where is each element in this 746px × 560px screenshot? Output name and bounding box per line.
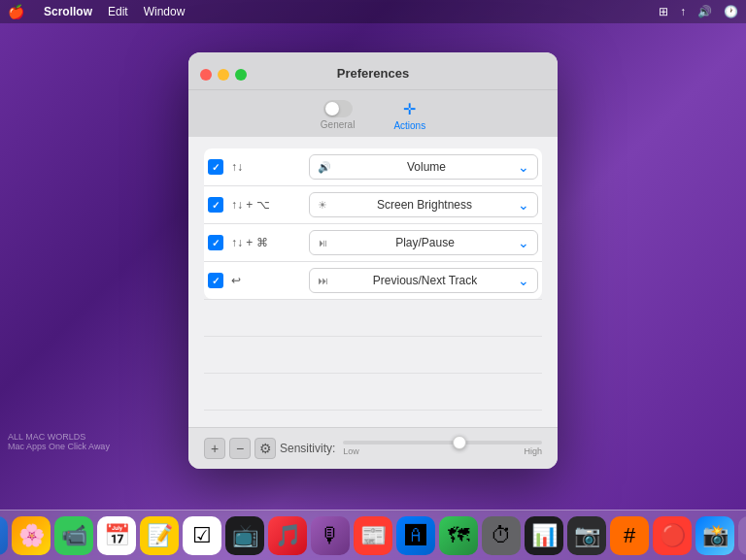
slider-low-label: Low bbox=[343, 446, 359, 456]
tab-general[interactable]: General bbox=[313, 98, 363, 133]
empty-row bbox=[204, 337, 542, 374]
dock-item-tpro[interactable]: 🔴 bbox=[653, 516, 692, 555]
row4-chevron: ⌄ bbox=[518, 273, 529, 288]
dock-item-istat[interactable]: 📊 bbox=[525, 516, 563, 555]
dock-item-camera[interactable]: 📸 bbox=[695, 516, 734, 555]
dock-item-trash[interactable]: 🗑 bbox=[738, 516, 746, 555]
volume-icon: 🔊 bbox=[318, 161, 331, 174]
table-row: ↑↓ + ⌥ ☀ Screen Brightness ⌄ bbox=[204, 186, 542, 224]
dock: 🖥 🌸 📹 📅 📝 ☑ 📺 🎵 🎙 📰 🅰 🗺 ⏱ 📊 📷 # 🔴 📸 🗑 bbox=[0, 510, 746, 560]
tab-general-label: General bbox=[321, 119, 356, 130]
brightness-icon: ☀ bbox=[318, 199, 327, 212]
slider-thumb[interactable] bbox=[453, 436, 466, 449]
remove-button[interactable]: − bbox=[229, 438, 251, 459]
bottom-toolbar: + − ⚙ Sensitivity: Low High bbox=[188, 427, 558, 469]
desktop: Preferences General ✛ Actions ↑↓ bbox=[0, 23, 746, 510]
dock-item-appstore[interactable]: 🅰 bbox=[396, 516, 435, 555]
menu-icon-grid[interactable]: ⊞ bbox=[659, 5, 668, 18]
close-button[interactable] bbox=[200, 69, 212, 81]
window-controls bbox=[200, 69, 247, 81]
dock-item-podcasts[interactable]: 🎙 bbox=[311, 516, 350, 555]
row4-checkbox[interactable] bbox=[208, 273, 223, 288]
row3-label: Play/Pause bbox=[395, 236, 455, 249]
row1-select[interactable]: 🔊 Volume ⌄ bbox=[309, 154, 538, 180]
slider-labels: Low High bbox=[343, 446, 542, 456]
slider-track bbox=[343, 441, 542, 445]
watermark: ALL MAC WORLDS Mac Apps One Click Away bbox=[8, 432, 110, 451]
sensitivity-area: Sensitivity: Low High bbox=[280, 441, 542, 456]
row4-gesture: ↩ bbox=[231, 274, 309, 287]
dock-item-screenium[interactable]: 📷 bbox=[567, 516, 606, 555]
dock-item-reminders[interactable]: ☑ bbox=[183, 516, 221, 555]
maximize-button[interactable] bbox=[235, 69, 247, 81]
row2-action: ☀ Screen Brightness ⌄ bbox=[309, 192, 538, 217]
tab-actions[interactable]: ✛ Actions bbox=[386, 98, 433, 133]
general-toggle-icon bbox=[323, 100, 353, 117]
row4-action: ⏭ Previous/Next Track ⌄ bbox=[309, 268, 538, 293]
row1-gesture: ↑↓ bbox=[231, 160, 309, 174]
row2-select[interactable]: ☀ Screen Brightness ⌄ bbox=[309, 192, 538, 217]
settings-button[interactable]: ⚙ bbox=[254, 438, 276, 459]
sensitivity-slider-container: Low High bbox=[343, 441, 542, 456]
row1-checkbox[interactable] bbox=[208, 159, 223, 175]
playpause-icon: ⏯ bbox=[318, 237, 328, 248]
add-button[interactable]: + bbox=[204, 438, 225, 459]
row1-action: 🔊 Volume ⌄ bbox=[309, 154, 538, 180]
app-name[interactable]: Scrollow bbox=[44, 5, 92, 18]
row3-action: ⏯ Play/Pause ⌄ bbox=[309, 230, 538, 255]
watermark-line2: Mac Apps One Click Away bbox=[8, 442, 110, 451]
actions-list: ↑↓ 🔊 Volume ⌄ ↑↓ + ⌥ ☀ bbox=[188, 137, 558, 427]
dock-item-appletv[interactable]: 📺 bbox=[225, 516, 264, 555]
window-menu[interactable]: Window bbox=[144, 5, 186, 18]
menubar: 🍎 Scrollow Edit Window ⊞ ↑ 🔊 🕐 bbox=[0, 0, 746, 23]
minimize-button[interactable] bbox=[218, 69, 229, 81]
empty-row bbox=[204, 300, 542, 337]
watermark-line1: ALL MAC WORLDS bbox=[8, 432, 110, 442]
window-title: Preferences bbox=[337, 66, 409, 81]
row3-gesture: ↑↓ + ⌘ bbox=[231, 236, 309, 249]
dock-item-maps[interactable]: 🗺 bbox=[439, 516, 478, 555]
edit-menu[interactable]: Edit bbox=[108, 5, 128, 18]
menu-icon-volume[interactable]: 🔊 bbox=[697, 5, 712, 18]
titlebar: Preferences bbox=[188, 52, 558, 90]
row2-chevron: ⌄ bbox=[518, 197, 529, 213]
menubar-right: ⊞ ↑ 🔊 🕐 bbox=[659, 5, 738, 18]
empty-row bbox=[204, 374, 542, 411]
preferences-window: Preferences General ✛ Actions ↑↓ bbox=[188, 52, 558, 469]
actions-section: ↑↓ 🔊 Volume ⌄ ↑↓ + ⌥ ☀ bbox=[204, 148, 542, 299]
dock-item-facetime[interactable]: 📹 bbox=[54, 516, 93, 555]
row1-chevron: ⌄ bbox=[518, 159, 529, 175]
dock-item-photos[interactable]: 🌸 bbox=[12, 516, 51, 555]
row3-checkbox[interactable] bbox=[208, 235, 223, 250]
menu-icon-clock[interactable]: 🕐 bbox=[724, 5, 738, 18]
dock-item-news[interactable]: 📰 bbox=[354, 516, 392, 555]
dock-item-finder[interactable]: 🖥 bbox=[0, 516, 8, 555]
empty-rows bbox=[204, 299, 542, 415]
sensitivity-label: Sensitivity: bbox=[280, 442, 335, 455]
row2-label: Screen Brightness bbox=[377, 198, 472, 212]
menu-icon-upload[interactable]: ↑ bbox=[680, 5, 686, 18]
tabs: General ✛ Actions bbox=[188, 90, 558, 137]
table-row: ↑↓ + ⌘ ⏯ Play/Pause ⌄ bbox=[204, 224, 542, 262]
slider-high-label: High bbox=[524, 446, 542, 456]
table-row: ↩ ⏭ Previous/Next Track ⌄ bbox=[204, 262, 542, 299]
row2-checkbox[interactable] bbox=[208, 197, 223, 213]
apple-menu[interactable]: 🍎 bbox=[8, 4, 24, 19]
dock-item-screentime[interactable]: ⏱ bbox=[482, 516, 521, 555]
table-row: ↑↓ 🔊 Volume ⌄ bbox=[204, 148, 542, 186]
row4-select[interactable]: ⏭ Previous/Next Track ⌄ bbox=[309, 268, 538, 293]
row4-label: Previous/Next Track bbox=[373, 274, 477, 287]
dock-item-calendar[interactable]: 📅 bbox=[97, 516, 136, 555]
row3-select[interactable]: ⏯ Play/Pause ⌄ bbox=[309, 230, 538, 255]
tab-actions-label: Actions bbox=[393, 120, 425, 131]
dock-item-notes[interactable]: 📝 bbox=[140, 516, 179, 555]
row1-label: Volume bbox=[407, 160, 446, 174]
actions-tab-icon: ✛ bbox=[403, 100, 416, 118]
row3-chevron: ⌄ bbox=[518, 235, 529, 250]
dock-item-hackr[interactable]: # bbox=[610, 516, 649, 555]
row2-gesture: ↑↓ + ⌥ bbox=[231, 198, 309, 212]
dock-item-music[interactable]: 🎵 bbox=[268, 516, 307, 555]
nexttrack-icon: ⏭ bbox=[318, 275, 328, 286]
